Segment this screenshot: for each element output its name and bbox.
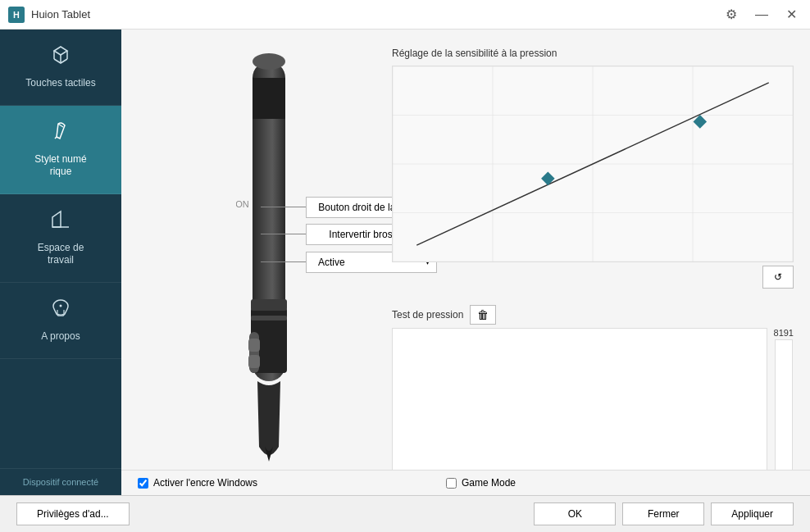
clear-pressure-test-button[interactable]: 🗑 bbox=[470, 305, 496, 325]
svg-text:H: H bbox=[13, 10, 20, 20]
footer-bar: Privilèges d'ad... OK Fermer Appliquer bbox=[0, 495, 810, 532]
content-inner: HUION bbox=[121, 30, 810, 470]
bottom-options: Activer l'encre Windows Game Mode bbox=[121, 470, 810, 495]
apply-button[interactable]: Appliquer bbox=[711, 502, 794, 525]
pressure-max-value: 8191 bbox=[774, 328, 794, 338]
main-layout: Touches tactiles Stylet numérique Espace… bbox=[0, 30, 810, 495]
reset-pressure-button[interactable]: ↺ bbox=[762, 266, 794, 289]
sidebar-item-stylet-numerique[interactable]: Stylet numérique bbox=[0, 106, 121, 194]
trash-icon: 🗑 bbox=[477, 308, 489, 321]
espace-icon bbox=[50, 209, 71, 235]
footer-right: OK Fermer Appliquer bbox=[534, 502, 794, 525]
sidebar-item-espace-de-travail[interactable]: Espace detravail bbox=[0, 194, 121, 283]
titlebar-controls: ⚙ — ✕ bbox=[721, 7, 802, 23]
touches-tactiles-icon bbox=[50, 44, 71, 70]
connector-line-3 bbox=[261, 261, 306, 262]
connector-line-1 bbox=[261, 207, 306, 207]
privileges-button[interactable]: Privilèges d'ad... bbox=[16, 502, 130, 525]
content-area: HUION bbox=[121, 30, 810, 495]
settings-button[interactable]: ⚙ bbox=[721, 7, 742, 23]
svg-point-7 bbox=[60, 304, 62, 307]
titlebar: H Huion Tablet ⚙ — ✕ bbox=[0, 0, 810, 30]
minimize-button[interactable]: — bbox=[750, 7, 773, 23]
pressure-sensitivity-section: Réglage de la sensibilité à la pression bbox=[392, 43, 794, 262]
windows-ink-label: Activer l'encre Windows bbox=[153, 477, 257, 489]
connector-line-2 bbox=[261, 234, 306, 234]
game-mode-checkbox[interactable] bbox=[446, 478, 457, 489]
sidebar-footer: Dispositif connecté bbox=[0, 468, 121, 495]
active-label: Active bbox=[318, 257, 345, 268]
sidebar-label-touches: Touches tactiles bbox=[25, 77, 95, 90]
svg-rect-29 bbox=[541, 171, 555, 185]
sidebar-label-espace: Espace detravail bbox=[38, 242, 84, 267]
windows-ink-checkbox-label[interactable]: Activer l'encre Windows bbox=[138, 477, 257, 489]
reset-icon: ↺ bbox=[774, 271, 782, 283]
apropos-icon bbox=[50, 298, 71, 324]
pen-container: HUION bbox=[236, 37, 302, 463]
ok-button[interactable]: OK bbox=[534, 502, 616, 525]
pen-area: HUION bbox=[121, 30, 384, 470]
pressure-bar bbox=[775, 339, 793, 470]
pressure-bar-container: 8191 0 bbox=[774, 328, 794, 470]
pressure-chart[interactable] bbox=[392, 66, 794, 262]
game-mode-checkbox-label[interactable]: Game Mode bbox=[446, 477, 516, 489]
sidebar-label-apropos: A propos bbox=[41, 330, 80, 343]
close-button[interactable]: ✕ bbox=[781, 7, 802, 23]
close-button[interactable]: Fermer bbox=[622, 502, 704, 525]
sidebar-label-stylet: Stylet numérique bbox=[34, 153, 86, 179]
svg-line-5 bbox=[58, 124, 63, 127]
app-title: Huion Tablet bbox=[31, 8, 721, 20]
pressure-curve-svg bbox=[393, 66, 793, 261]
windows-ink-checkbox[interactable] bbox=[138, 478, 148, 489]
game-mode-label: Game Mode bbox=[462, 477, 516, 489]
footer-left: Privilèges d'ad... bbox=[16, 502, 130, 525]
stylet-icon bbox=[50, 120, 71, 147]
app-logo: H bbox=[8, 7, 25, 23]
sidebar-item-touches-tactiles[interactable]: Touches tactiles bbox=[0, 30, 121, 106]
sidebar: Touches tactiles Stylet numérique Espace… bbox=[0, 30, 121, 495]
sidebar-item-a-propos[interactable]: A propos bbox=[0, 283, 121, 359]
